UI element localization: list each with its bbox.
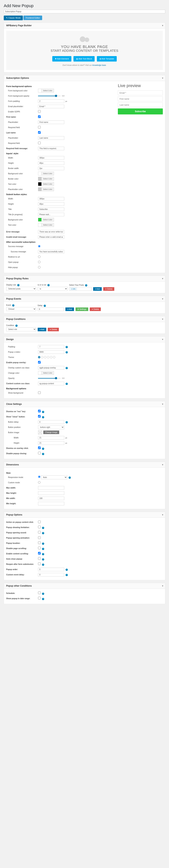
last-name-checkbox[interactable] <box>38 131 41 134</box>
border-color-picker[interactable]: Select Color <box>38 177 54 181</box>
popup-order-input[interactable] <box>38 568 64 571</box>
opacity-slider[interactable] <box>38 96 61 96</box>
preview-email-input[interactable] <box>118 90 163 95</box>
event-delete-button[interactable]: ✕ Delete <box>90 307 101 311</box>
add-text-block-button[interactable]: ▤ Add Text Block <box>73 56 95 62</box>
text-color-picker[interactable]: Select Color <box>38 182 54 186</box>
submit-title-progress-input[interactable] <box>38 213 64 216</box>
ln-placeholder-input[interactable] <box>38 136 64 140</box>
content-click-checkbox[interactable] <box>38 521 41 523</box>
event-settings-button[interactable]: ⚙ Settings <box>75 307 88 311</box>
help-icon[interactable]: ? <box>42 593 44 595</box>
delay-input[interactable] <box>38 307 64 311</box>
custom-event-delay-input[interactable] <box>38 573 64 577</box>
display-rule-select[interactable]: Selected posts <box>6 287 36 291</box>
responsive-mode-radio[interactable] <box>38 475 40 478</box>
event-add-button[interactable]: +Add <box>65 307 74 311</box>
content-scrolling-checkbox[interactable] <box>38 552 41 555</box>
close-settings-header[interactable]: Close Settings▾ <box>4 401 165 407</box>
button-delay-input[interactable] <box>38 420 64 424</box>
responsive-size-select[interactable]: Auto <box>41 475 67 479</box>
success-msg-radio[interactable] <box>38 245 40 247</box>
wpbakery-panel-header[interactable]: WPBakery Page Builder▾ <box>4 23 165 29</box>
knowledge-base-link[interactable]: knowledge base <box>92 64 106 66</box>
enable-gdpr-checkbox[interactable] <box>38 110 41 113</box>
open-popup-radio[interactable] <box>38 261 40 263</box>
help-icon[interactable]: ? <box>69 476 71 479</box>
date-range-checkbox[interactable] <box>38 597 41 599</box>
frontend-editor-button[interactable]: Frontend Editor <box>24 16 42 20</box>
help-icon[interactable]: ? <box>12 304 14 307</box>
hide-popup-radio[interactable] <box>38 266 40 269</box>
help-icon[interactable]: ? <box>44 305 46 307</box>
popup-options-header[interactable]: Popup Options▾ <box>4 512 165 518</box>
invalid-email-input[interactable] <box>38 235 64 239</box>
max-width-input[interactable] <box>38 486 64 490</box>
display-rules-header[interactable]: Popup Display Rules▾ <box>4 276 165 282</box>
auto-close-checkbox[interactable] <box>38 557 41 560</box>
popup-location-checkbox[interactable] <box>38 541 41 544</box>
submit-title-input[interactable] <box>38 208 64 211</box>
add-template-button[interactable]: ⊞ Add Template <box>97 56 117 62</box>
content-class-input[interactable] <box>38 382 64 385</box>
help-icon[interactable]: ? <box>66 367 68 369</box>
condition-select[interactable]: Select role <box>6 327 36 331</box>
enable-overlay-checkbox[interactable] <box>38 361 41 364</box>
help-icon[interactable]: ? <box>42 553 44 555</box>
design-header[interactable]: Design▾ <box>4 337 165 342</box>
show-bg-checkbox[interactable] <box>38 391 41 394</box>
selected-post-tag[interactable]: x 181 <box>70 287 77 290</box>
input-bg-color-picker[interactable]: Select Color <box>38 172 54 176</box>
fn-placeholder-input[interactable] <box>38 120 64 124</box>
help-icon[interactable]: ? <box>66 383 68 385</box>
submit-text-color-picker[interactable]: Select Color <box>38 223 54 227</box>
disable-closing-checkbox[interactable] <box>38 452 41 454</box>
ln-required-checkbox[interactable] <box>38 142 41 144</box>
condition-add-button[interactable]: +Add <box>38 328 46 331</box>
form-bg-color-picker[interactable]: Select Color <box>38 89 54 92</box>
event-select[interactable]: Onload <box>6 307 36 311</box>
min-height-input[interactable] <box>38 502 64 505</box>
post-title-input[interactable] <box>4 10 165 13</box>
condition-delete-button[interactable]: ✕ Delete <box>48 328 59 331</box>
help-icon[interactable]: ? <box>42 548 44 550</box>
other-conditions-header[interactable]: Popup other Conditions▾ <box>4 583 165 589</box>
overlay-color-picker[interactable]: Select Color <box>38 371 54 375</box>
classic-mode-button[interactable]: ✎ Classic Mode <box>4 16 23 20</box>
help-icon[interactable]: ? <box>15 324 18 327</box>
max-height-input[interactable] <box>38 491 64 495</box>
opening-animation-checkbox[interactable] <box>38 536 41 539</box>
help-icon[interactable]: ? <box>66 574 68 576</box>
help-icon[interactable]: ? <box>42 411 44 413</box>
zindex-input[interactable] <box>38 350 64 354</box>
submit-height-input[interactable] <box>38 202 64 206</box>
redirect-url-radio[interactable] <box>38 255 40 258</box>
help-icon[interactable]: ? <box>42 416 44 418</box>
add-element-button[interactable]: ✚ Add Element <box>52 56 71 62</box>
is-or-not-select[interactable]: is <box>38 287 68 291</box>
required-msg-input[interactable] <box>38 147 64 150</box>
overlay-class-input[interactable] <box>38 366 64 370</box>
submit-width-input[interactable] <box>38 197 64 200</box>
overlay-click-checkbox[interactable] <box>38 446 41 449</box>
help-icon[interactable]: ? <box>42 598 44 600</box>
preview-subscribe-button[interactable]: Subscribe <box>118 108 163 115</box>
border-width-input[interactable] <box>38 166 64 170</box>
input-height-input[interactable] <box>38 161 64 165</box>
disable-page-scroll-checkbox[interactable] <box>38 547 41 549</box>
first-name-checkbox[interactable] <box>38 115 41 118</box>
preview-lastname-input[interactable] <box>118 102 163 107</box>
fn-required-checkbox[interactable] <box>38 126 41 128</box>
submit-bg-color-picker[interactable]: Select Color <box>38 218 54 222</box>
placeholder-color-picker[interactable]: Select Color <box>38 187 54 191</box>
schedule-checkbox[interactable] <box>38 591 41 594</box>
email-placeholder-input[interactable] <box>38 105 64 108</box>
help-icon[interactable]: ? <box>42 542 44 545</box>
help-icon[interactable]: ? <box>85 284 87 286</box>
help-icon[interactable]: ? <box>66 351 68 353</box>
reopen-checkbox[interactable] <box>38 562 41 565</box>
rule-add-button[interactable]: +Add <box>93 287 102 291</box>
change-image-button[interactable]: Change image <box>43 431 59 434</box>
form-padding-input[interactable] <box>38 99 64 103</box>
min-width-input[interactable] <box>38 497 64 500</box>
